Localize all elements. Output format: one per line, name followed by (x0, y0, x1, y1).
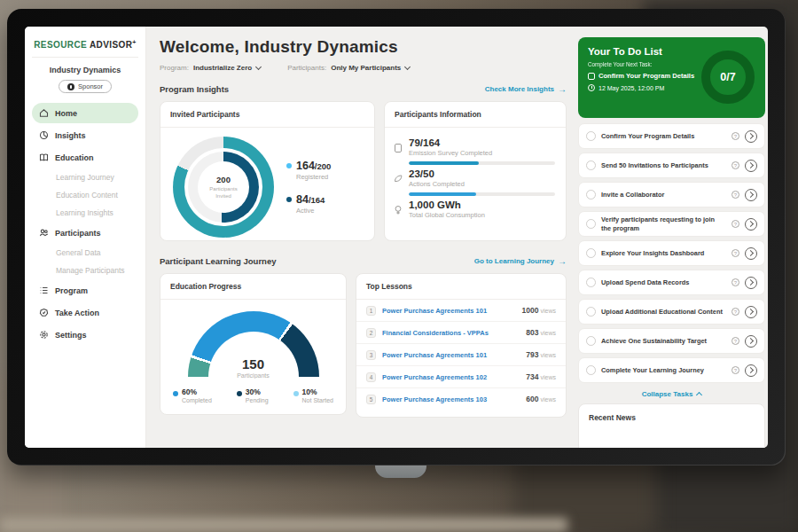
check-more-insights-link[interactable]: Check More Insights → (485, 85, 567, 94)
task-open-button[interactable] (745, 160, 757, 172)
task-open-button[interactable] (745, 247, 757, 260)
lesson-link[interactable]: Power Purchase Agreements 101 (382, 351, 520, 359)
info-icon[interactable] (732, 132, 739, 140)
calendar-icon (588, 73, 595, 80)
donut-legend: 164/200 Registered 84/164 Active (286, 160, 331, 215)
participants-information-card: Participants Information 79/164 Emission… (384, 101, 567, 241)
info-icon[interactable] (732, 278, 739, 286)
collapse-tasks-link[interactable]: Collapse Tasks (578, 383, 765, 403)
program-filter-value: Industrialize Zero (193, 64, 252, 72)
task-open-button[interactable] (745, 277, 757, 289)
app-logo: RESOURCE ADVISOR+ (32, 35, 138, 58)
donut-center-label: Participants Invited (204, 186, 243, 200)
photo-scene: RESOURCE ADVISOR+ Industry Dynamics Spon… (0, 0, 798, 532)
sidebar-item-settings[interactable]: Settings (32, 325, 138, 345)
task-open-button[interactable] (745, 306, 757, 318)
learning-journey-header: Participant Learning Journey Go to Learn… (160, 256, 567, 266)
sidebar-item-label: Education (55, 153, 94, 162)
sidebar-item-education[interactable]: Education (32, 147, 138, 168)
legend-label: Not Started (302, 397, 333, 403)
legend-registered: 164/200 Registered (286, 160, 331, 181)
sidebar-item-home[interactable]: Home (32, 103, 138, 123)
legend-pending: 30% Pending (237, 387, 269, 403)
sidebar-item-manage-participants[interactable]: Manage Participants (32, 262, 138, 279)
task-checkbox[interactable] (586, 336, 596, 346)
section-title: Program Insights (160, 84, 229, 94)
sidebar-item-learning-insights[interactable]: Learning Insights (32, 204, 138, 222)
lesson-views: 803 (526, 328, 538, 337)
info-icon[interactable] (732, 161, 739, 169)
task-checkbox[interactable] (586, 131, 596, 141)
go-to-learning-journey-link[interactable]: Go to Learning Journey → (474, 257, 567, 266)
task-checkbox[interactable] (586, 307, 596, 317)
task-checkbox[interactable] (586, 278, 596, 287)
info-icon[interactable] (732, 191, 739, 199)
card-title: Top Lessons (356, 274, 566, 300)
pending-bullet-icon (237, 391, 242, 396)
sidebar-item-education-content[interactable]: Education Content (32, 186, 138, 204)
consumption-stat: 1,000 GWh Total Global Consumption (394, 200, 555, 219)
active-bullet-icon (286, 197, 292, 202)
sidebar-item-label: Settings (55, 331, 87, 340)
sidebar-item-label: Home (55, 109, 77, 118)
lesson-link[interactable]: Power Purchase Agreements 102 (382, 373, 520, 381)
legend-not-started: 10% Not Started (293, 387, 333, 403)
lesson-row: 4 Power Purchase Agreements 102 734views (356, 366, 566, 388)
sidebar-item-general-data[interactable]: General Data (32, 244, 138, 262)
invited-participants-card: Invited Participants 200 Participants In… (160, 101, 375, 241)
task-open-button[interactable] (745, 130, 757, 143)
task-checkbox[interactable] (586, 160, 596, 170)
book-icon (39, 153, 49, 162)
participants-filter[interactable]: Participants: Only My Participants (287, 64, 410, 72)
task-checkbox[interactable] (586, 190, 596, 200)
registered-total: /200 (315, 161, 332, 171)
task-open-button[interactable] (745, 218, 757, 231)
task-open-button[interactable] (745, 335, 757, 348)
next-task-label: Confirm Your Program Details (598, 72, 694, 80)
sidebar-item-insights[interactable]: Insights (32, 125, 138, 145)
survey-icon (394, 143, 403, 153)
invited-donut-chart: 200 Participants Invited (173, 137, 274, 238)
task-label: Upload Spend Data Records (601, 278, 726, 287)
lesson-link[interactable]: Power Purchase Agreements 103 (382, 395, 520, 403)
take-action-icon (39, 308, 49, 317)
task-open-button[interactable] (745, 189, 757, 201)
stat-label: Total Global Consumption (409, 211, 555, 219)
rank-badge: 5 (366, 395, 376, 404)
info-icon[interactable] (732, 220, 739, 228)
registered-value: 164 (296, 160, 315, 172)
link-label: Go to Learning Journey (474, 257, 554, 265)
participants-filter-value: Only My Participants (331, 64, 401, 72)
todo-panel: Your To Do List Complete Your Next Task:… (578, 27, 768, 448)
clock-icon (588, 84, 595, 91)
task-checkbox[interactable] (586, 248, 596, 258)
info-icon[interactable] (732, 366, 739, 374)
program-filter[interactable]: Program: Industrialize Zero (160, 64, 261, 72)
main-content: Welcome, Industry Dynamics Program: Indu… (146, 27, 578, 448)
task-row: Achieve One Sustainability Target (578, 328, 765, 354)
card-title: Education Progress (160, 274, 346, 300)
sidebar-item-program[interactable]: Program (32, 280, 138, 301)
info-icon[interactable] (732, 308, 739, 316)
lesson-link[interactable]: Financial Considerations - VPPAs (382, 329, 520, 337)
sponsor-icon (67, 83, 74, 90)
people-icon (39, 228, 49, 238)
arrow-right-icon: → (558, 85, 567, 94)
sidebar-item-participants[interactable]: Participants (32, 223, 138, 243)
rank-badge: 2 (366, 328, 376, 338)
sidebar-item-learning-journey[interactable]: Learning Journey (32, 168, 138, 186)
task-checkbox[interactable] (586, 365, 596, 375)
task-checkbox[interactable] (586, 219, 596, 229)
active-label: Active (296, 207, 325, 215)
info-icon[interactable] (732, 249, 739, 257)
task-row: Upload Additional Educational Content (578, 299, 765, 325)
sidebar: RESOURCE ADVISOR+ Industry Dynamics Spon… (25, 27, 146, 448)
program-insights-header: Program Insights Check More Insights → (160, 84, 567, 94)
task-row: Send 50 Invitations to Participants (578, 153, 765, 178)
sidebar-item-take-action[interactable]: Take Action (32, 302, 138, 323)
lesson-link[interactable]: Power Purchase Agreements 101 (382, 307, 516, 315)
education-progress-card: Education Progress 150 Participants (160, 273, 347, 415)
lesson-views: 793 (526, 350, 538, 359)
task-open-button[interactable] (745, 364, 757, 377)
info-icon[interactable] (732, 337, 739, 345)
